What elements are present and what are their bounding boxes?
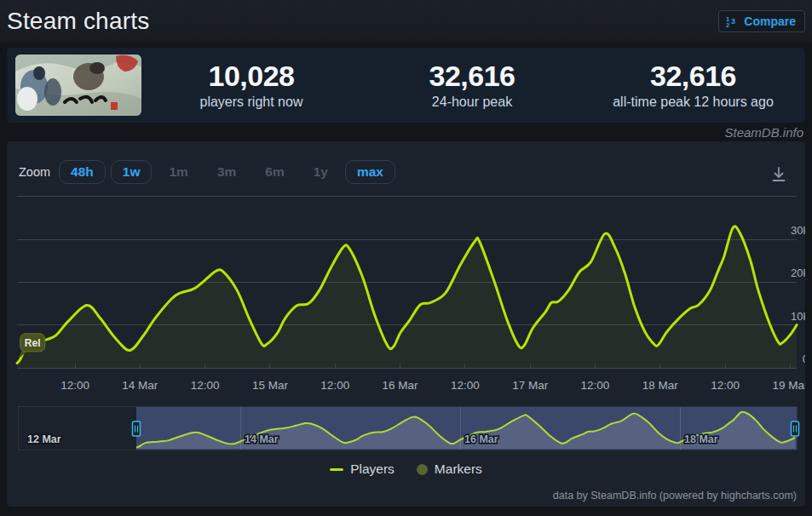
y-axis-label-0: 0 bbox=[803, 353, 805, 365]
navigator-label-14-Mar: 14 Mar bbox=[245, 433, 279, 445]
navigator-label-18-Mar: 18 Mar bbox=[684, 433, 718, 445]
legend-item-markers[interactable]: Markers bbox=[417, 462, 482, 477]
player-count-chart[interactable]: 010k20k30k12:0014 Mar12:0015 Mar12:0016 … bbox=[7, 141, 805, 507]
zoom-button-1y: 1y bbox=[302, 160, 340, 184]
x-axis-label-17 Mar: 17 Mar bbox=[512, 379, 549, 392]
compare-button-label: Compare bbox=[744, 14, 796, 28]
navigator-right-handle[interactable] bbox=[792, 421, 799, 436]
x-axis-label-12:00: 12:00 bbox=[60, 379, 89, 392]
chart-legend: Players Markers bbox=[7, 462, 805, 477]
alltime-peak-label: all-time peak 12 hours ago bbox=[574, 95, 812, 110]
download-icon[interactable] bbox=[769, 165, 788, 184]
chart-panel: 010k20k30k12:0014 Mar12:0015 Mar12:0016 … bbox=[7, 141, 805, 507]
stat-24h-peak: 32,616 24-hour peak bbox=[370, 60, 574, 110]
current-players-label: players right now bbox=[149, 95, 354, 110]
navigator[interactable]: 12 Mar14 Mar16 Mar18 Mar bbox=[19, 407, 799, 450]
x-axis-label-15 Mar: 15 Mar bbox=[252, 379, 289, 392]
y-axis-label-20k: 20k bbox=[791, 267, 805, 279]
players-line-swatch bbox=[330, 468, 343, 471]
x-axis-label-12:00: 12:00 bbox=[320, 379, 349, 392]
y-axis-label-10k: 10k bbox=[791, 310, 805, 323]
zoom-button-max[interactable]: max bbox=[345, 160, 395, 184]
steamdb-watermark: SteamDB.info bbox=[724, 125, 803, 140]
game-capsule-art bbox=[15, 54, 141, 116]
legend-players-label: Players bbox=[350, 462, 394, 477]
zoom-button-48h[interactable]: 48h bbox=[59, 160, 106, 184]
page-title: Steam charts bbox=[7, 8, 149, 35]
x-axis-label-16 Mar: 16 Mar bbox=[383, 379, 419, 392]
zoom-label: Zoom bbox=[19, 165, 50, 179]
markers-dot-swatch bbox=[417, 464, 428, 475]
stat-current-players: 10,028 players right now bbox=[149, 60, 354, 110]
x-axis-label-19 Mar: 19 Mar bbox=[772, 379, 805, 392]
compare-123-icon: 1 2 3 bbox=[726, 15, 739, 28]
zoom-button-1m: 1m bbox=[157, 160, 199, 184]
x-axis-label-14 Mar: 14 Mar bbox=[122, 379, 158, 392]
navigator-label-16-Mar: 16 Mar bbox=[464, 433, 498, 445]
navigator-label-12-Mar: 12 Mar bbox=[27, 433, 61, 445]
x-axis-label-12:00: 12:00 bbox=[711, 379, 740, 392]
legend-markers-label: Markers bbox=[435, 462, 482, 477]
x-axis-label-18 Mar: 18 Mar bbox=[642, 379, 679, 392]
legend-item-players[interactable]: Players bbox=[330, 462, 394, 477]
zoom-button-1w[interactable]: 1w bbox=[111, 160, 153, 184]
svg-text:2: 2 bbox=[726, 21, 729, 28]
navigator-right-handle-body[interactable] bbox=[792, 421, 799, 436]
game-capsule-image[interactable] bbox=[15, 54, 141, 116]
zoom-button-6m: 6m bbox=[253, 160, 296, 184]
release-flag-label: Rel bbox=[25, 337, 41, 349]
zoom-toolbar: Zoom 48h1w1m3m6m1ymax bbox=[19, 160, 400, 184]
compare-button[interactable]: 1 2 3 Compare bbox=[718, 10, 805, 32]
alltime-peak-value: 32,616 bbox=[574, 60, 812, 92]
y-axis-label-30k: 30k bbox=[791, 224, 805, 237]
page-header: Steam charts 1 2 3 Compare bbox=[0, 0, 812, 43]
navigator-left-handle-body[interactable] bbox=[132, 421, 140, 436]
svg-text:3: 3 bbox=[731, 17, 735, 26]
navigator-left-handle[interactable] bbox=[132, 421, 140, 436]
current-players-value: 10,028 bbox=[149, 60, 354, 92]
x-axis-label-12:00: 12:00 bbox=[191, 379, 220, 392]
chart-credit: data by SteamDB.info (powered by highcha… bbox=[553, 490, 797, 502]
stat-alltime-peak: 32,616 all-time peak 12 hours ago bbox=[574, 60, 812, 110]
x-axis-label-12:00: 12:00 bbox=[581, 379, 610, 392]
zoom-button-3m: 3m bbox=[205, 160, 248, 184]
24h-peak-label: 24-hour peak bbox=[370, 95, 574, 110]
x-axis-label-12:00: 12:00 bbox=[451, 379, 480, 392]
24h-peak-value: 32,616 bbox=[370, 60, 574, 92]
stats-panel: 10,028 players right now 32,616 24-hour … bbox=[7, 48, 805, 123]
